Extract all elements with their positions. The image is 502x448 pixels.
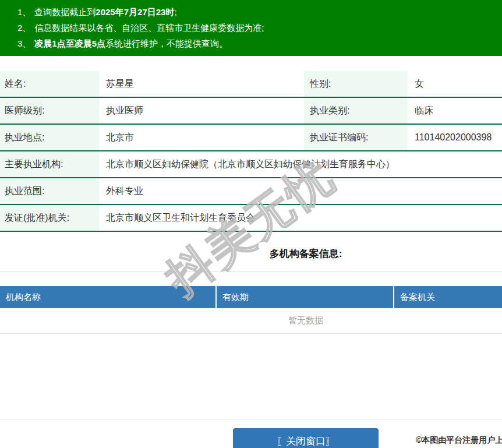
notice-line-3-number: 3、 (17, 38, 31, 48)
name-value: 苏星星 (99, 71, 304, 97)
multi-org-section-title: 多机构备案信息: (0, 247, 502, 260)
table-row-issuing-authority: 发证(批准)机关: 北京市顺义区卫生和计划生育委员会 (0, 205, 502, 232)
gender-label: 性别: (304, 71, 408, 97)
doctor-level-label: 医师级别: (0, 98, 99, 124)
name-label: 姓名: (0, 71, 99, 97)
notice-line-3: 3、凌晨1点至凌晨5点系统进行维护，不能提供查询。 (17, 36, 502, 51)
table-row-practice-scope: 执业范围: 外科专业 (0, 178, 502, 205)
notice-line-1-bold: 2025年7月27日23时 (96, 7, 174, 17)
validity-column-header: 有效期 (217, 286, 394, 308)
org-table-empty-state: 暂无数据 (0, 308, 502, 334)
notice-line-2-text: 信息数据结果以各省、自治区、直辖市卫生健康委数据为准; (34, 23, 264, 33)
issuing-authority-value: 北京市顺义区卫生和计划生育委员会 (99, 205, 502, 231)
notice-line-1: 1、查询数据截止到2025年7月27日23时; (17, 4, 502, 20)
practice-location-value: 北京市 (99, 125, 304, 150)
notice-line-2-number: 2、 (17, 23, 31, 33)
copyright-watermark-text: ©本图由平台注册用户上传 (416, 435, 502, 446)
record-authority-column-header: 备案机关 (394, 286, 502, 308)
doctor-level-value: 执业医师 (99, 98, 304, 124)
query-result-page: 1、查询数据截止到2025年7月27日23时; 2、信息数据结果以各省、自治区、… (0, 0, 502, 448)
table-row-name-gender: 姓名: 苏星星 性别: 女 (0, 71, 502, 98)
notice-line-3-suffix: 系统进行维护，不能提供查询。 (105, 38, 228, 48)
table-row-main-institution: 主要执业机构: 北京市顺义区妇幼保健院（北京市顺义区妇幼保健计划生育服务中心） (0, 151, 502, 178)
notice-line-2: 2、信息数据结果以各省、自治区、直辖市卫生健康委数据为准; (17, 20, 502, 36)
org-name-column-header: 机构名称 (0, 286, 217, 308)
certificate-number-label: 执业证书编码: (304, 125, 408, 150)
notice-banner: 1、查询数据截止到2025年7月27日23时; 2、信息数据结果以各省、自治区、… (0, 0, 502, 56)
practice-location-label: 执业地点: (0, 125, 99, 150)
section-divider (0, 271, 502, 272)
gender-value: 女 (408, 71, 502, 97)
notice-line-1-number: 1、 (17, 7, 31, 17)
main-institution-label: 主要执业机构: (0, 151, 99, 177)
table-row-level-category: 医师级别: 执业医师 执业类别: 临床 (0, 98, 502, 125)
issuing-authority-label: 发证(批准)机关: (0, 205, 99, 231)
practice-scope-label: 执业范围: (0, 178, 99, 204)
practice-category-value: 临床 (408, 98, 502, 124)
main-institution-value: 北京市顺义区妇幼保健院（北京市顺义区妇幼保健计划生育服务中心） (99, 151, 502, 177)
notice-line-1-text: 查询数据截止到 (34, 7, 96, 17)
table-row-location-certificate: 执业地点: 北京市 执业证书编码: 110140202000398 (0, 125, 502, 151)
notice-line-3-bold: 凌晨1点至凌晨5点 (34, 38, 105, 48)
org-table-header: 机构名称 有效期 备案机关 (0, 286, 502, 308)
certificate-number-value: 110140202000398 (408, 125, 502, 150)
footer-divider (0, 419, 502, 420)
practice-category-label: 执业类别: (304, 98, 408, 124)
practitioner-info-table: 姓名: 苏星星 性别: 女 医师级别: 执业医师 执业类别: 临床 执业地点: … (0, 71, 502, 232)
notice-line-1-suffix: ; (174, 7, 176, 17)
close-window-button[interactable]: 〖关闭窗口〗 (233, 428, 379, 448)
practice-scope-value: 外科专业 (99, 178, 502, 204)
